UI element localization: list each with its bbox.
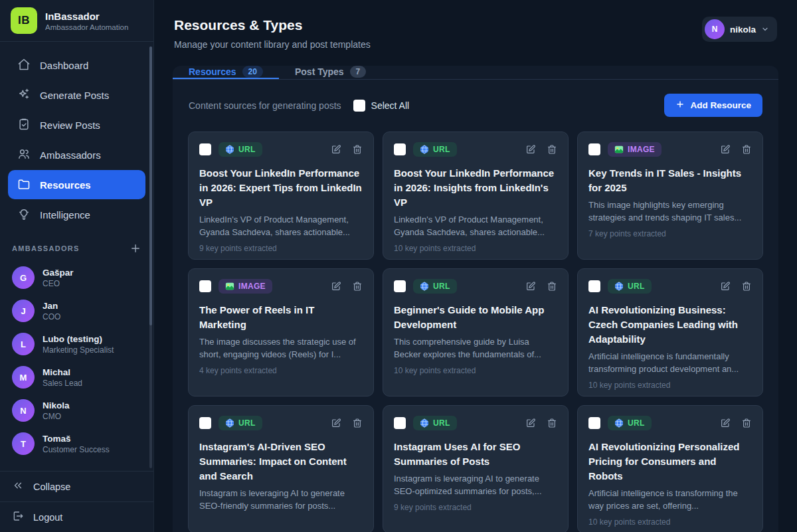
sidebar-item-generate-posts[interactable]: Generate Posts bbox=[8, 80, 145, 110]
ambassador-name: Michal bbox=[43, 367, 82, 377]
tab-post-types[interactable]: Post Types 7 bbox=[279, 66, 382, 79]
toolbar: Content sources for generating posts Sel… bbox=[173, 80, 778, 130]
sidebar-item-label: Review Posts bbox=[40, 120, 100, 131]
plus-icon bbox=[675, 100, 685, 111]
card-description: Artificial intelligence is fundamentally… bbox=[588, 350, 752, 375]
ambassador-item[interactable]: N NikolaCMO bbox=[0, 394, 153, 427]
resource-card[interactable]: URL AI Revolutionizing Personalized Pric… bbox=[577, 405, 763, 532]
sidebar: IB InBassador Ambassador Automation Dash… bbox=[0, 0, 154, 532]
card-keypoints: 7 key points extracted bbox=[588, 229, 752, 238]
sidebar-item-ambassadors[interactable]: Ambassadors bbox=[8, 140, 145, 169]
resource-card[interactable]: URL Boost Your LinkedIn Performance in 2… bbox=[188, 132, 374, 260]
ambassador-item[interactable]: L Lubo (testing)Marketing Specialist bbox=[0, 327, 153, 361]
card-keypoints: 10 key points extracted bbox=[394, 366, 557, 375]
card-title: AI Revolutionizing Personalized Pricing … bbox=[588, 440, 752, 484]
tab-count-badge: 20 bbox=[242, 66, 263, 78]
chevron-down-icon bbox=[761, 25, 769, 33]
resource-type-badge: IMAGE bbox=[608, 142, 662, 157]
edit-icon[interactable] bbox=[525, 281, 536, 292]
ambassador-name: Tomaš bbox=[43, 434, 110, 444]
tab-resources[interactable]: Resources 20 bbox=[173, 66, 279, 79]
delete-icon[interactable] bbox=[741, 418, 752, 428]
card-checkbox[interactable] bbox=[588, 143, 600, 155]
ambassadors-header: AMBASSADORS bbox=[12, 242, 141, 254]
ambassador-role: Marketing Specialist bbox=[43, 345, 114, 355]
logout-button[interactable]: Logout bbox=[0, 501, 153, 532]
card-checkbox[interactable] bbox=[394, 143, 406, 155]
card-checkbox[interactable] bbox=[394, 280, 406, 292]
ambassador-item[interactable]: T TomašCustomer Success bbox=[0, 427, 153, 460]
edit-icon[interactable] bbox=[331, 144, 341, 155]
collapse-button[interactable]: Collapse bbox=[0, 471, 153, 501]
resource-card[interactable]: URL Instagram's AI-Driven SEO Summaries:… bbox=[188, 405, 374, 532]
globe-icon bbox=[420, 282, 429, 291]
badge-label: URL bbox=[433, 282, 450, 291]
user-menu[interactable]: N nikola bbox=[702, 17, 777, 42]
card-checkbox[interactable] bbox=[199, 143, 211, 155]
card-description: This image highlights key emerging strat… bbox=[588, 199, 752, 224]
edit-icon[interactable] bbox=[331, 281, 341, 292]
sidebar-item-review-posts[interactable]: Review Posts bbox=[8, 110, 145, 139]
resource-card[interactable]: IMAGE The Power of Reels in IT Marketing… bbox=[188, 268, 374, 397]
card-checkbox[interactable] bbox=[588, 280, 600, 292]
avatar: M bbox=[12, 366, 35, 389]
delete-icon[interactable] bbox=[741, 144, 752, 155]
delete-icon[interactable] bbox=[547, 281, 557, 292]
edit-icon[interactable] bbox=[720, 418, 731, 428]
delete-icon[interactable] bbox=[741, 281, 752, 292]
ambassador-item[interactable]: G GašparCEO bbox=[0, 261, 153, 294]
delete-icon[interactable] bbox=[352, 418, 363, 428]
resource-card[interactable]: IMAGE Key Trends in IT Sales - Insights … bbox=[577, 132, 763, 260]
resource-type-badge: URL bbox=[413, 279, 457, 294]
brand: IB InBassador Ambassador Automation bbox=[0, 0, 153, 42]
resource-type-badge: URL bbox=[219, 416, 262, 430]
sidebar-item-label: Intelligence bbox=[40, 209, 90, 221]
resource-card[interactable]: URL Boost Your LinkedIn Performance in 2… bbox=[383, 132, 569, 260]
card-description: The image discusses the strategic use of… bbox=[199, 335, 363, 361]
ambassador-role: COO bbox=[43, 312, 60, 321]
delete-icon[interactable] bbox=[547, 144, 557, 155]
edit-icon[interactable] bbox=[525, 144, 536, 155]
ambassadors-list: G GašparCEO J JanCOO L Lubo (testing)Mar… bbox=[0, 261, 153, 460]
resource-card[interactable]: URL Instagram Uses AI for SEO Summaries … bbox=[383, 405, 569, 532]
folder-icon bbox=[17, 177, 31, 193]
image-icon bbox=[225, 282, 234, 291]
sidebar-item-label: Ambassadors bbox=[40, 149, 101, 161]
resource-type-badge: URL bbox=[608, 416, 652, 430]
select-all-checkbox[interactable] bbox=[353, 100, 365, 112]
add-ambassador-icon[interactable] bbox=[130, 242, 141, 254]
ambassador-item[interactable]: J JanCOO bbox=[0, 294, 153, 327]
globe-icon bbox=[614, 418, 624, 428]
edit-icon[interactable] bbox=[331, 418, 341, 428]
tab-label: Resources bbox=[189, 66, 236, 77]
collapse-label: Collapse bbox=[33, 482, 70, 492]
resource-type-badge: URL bbox=[413, 416, 457, 430]
card-description: Instagram is leveraging AI to generate S… bbox=[394, 472, 557, 497]
edit-icon[interactable] bbox=[525, 418, 536, 428]
card-checkbox[interactable] bbox=[199, 280, 211, 292]
edit-icon[interactable] bbox=[720, 144, 731, 155]
delete-icon[interactable] bbox=[352, 144, 363, 155]
sidebar-scrollbar-thumb[interactable] bbox=[149, 46, 152, 325]
ambassador-item[interactable]: M MichalSales Lead bbox=[0, 361, 153, 394]
card-checkbox[interactable] bbox=[199, 417, 211, 429]
resource-card[interactable]: URL AI Revolutionizing Business: Czech C… bbox=[577, 268, 763, 397]
card-checkbox[interactable] bbox=[588, 417, 600, 429]
sidebar-item-resources[interactable]: Resources bbox=[8, 170, 145, 199]
delete-icon[interactable] bbox=[352, 281, 363, 292]
add-resource-button[interactable]: Add Resource bbox=[664, 94, 762, 117]
resource-card[interactable]: URL Beginner's Guide to Mobile App Devel… bbox=[383, 268, 569, 397]
delete-icon[interactable] bbox=[547, 418, 557, 428]
sidebar-item-dashboard[interactable]: Dashboard bbox=[8, 50, 145, 80]
sidebar-item-intelligence[interactable]: Intelligence bbox=[8, 200, 145, 229]
card-checkbox[interactable] bbox=[394, 417, 406, 429]
add-resource-label: Add Resource bbox=[690, 100, 751, 110]
resources-panel: Resources 20 Post Types 7 Content source… bbox=[173, 66, 778, 532]
sidebar-item-label: Resources bbox=[40, 179, 91, 191]
image-icon bbox=[614, 145, 624, 154]
edit-icon[interactable] bbox=[720, 281, 731, 292]
page-subtitle: Manage your content library and post tem… bbox=[174, 39, 777, 50]
brand-title: InBassador bbox=[45, 11, 128, 22]
chevrons-left-icon bbox=[12, 480, 24, 493]
sidebar-scrollbar[interactable] bbox=[149, 46, 152, 468]
